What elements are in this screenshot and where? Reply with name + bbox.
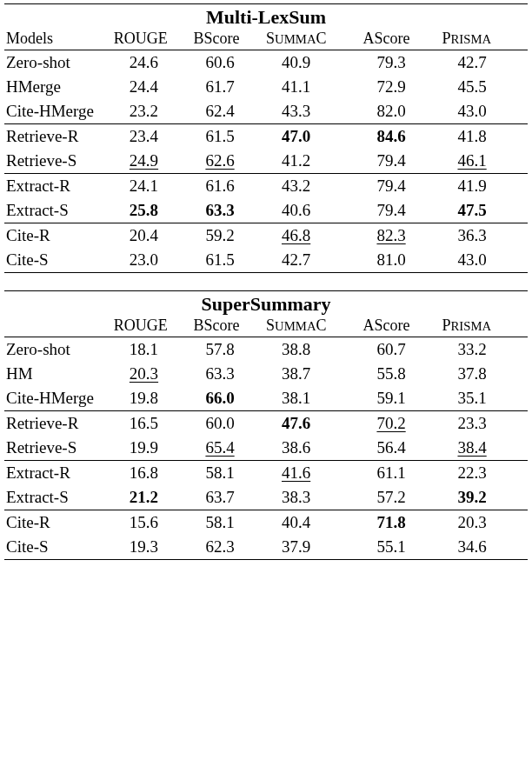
cell-value: 47.5: [457, 201, 486, 220]
table-row: HMerge24.461.741.172.945.5: [4, 75, 528, 99]
cell-prisma: 43.0: [442, 248, 528, 273]
column-header-models: Models: [4, 30, 114, 50]
table-row: Zero-shot24.660.640.979.342.7: [4, 50, 528, 76]
cell-rouge: 16.5: [114, 411, 190, 437]
cell-value: 45.5: [457, 77, 486, 97]
cell-summac: 47.6: [266, 411, 361, 437]
cell-value: 37.8: [457, 364, 486, 383]
cell-summac: 37.9: [266, 535, 361, 560]
cell-value: 71.8: [376, 513, 405, 532]
model-name: Extract-S: [4, 198, 114, 223]
cell-rouge: 25.8: [114, 198, 190, 223]
cell-prisma: 45.5: [442, 75, 528, 99]
cell-ascore: 82.0: [361, 99, 442, 124]
cell-bscore: 61.5: [190, 124, 266, 150]
column-header: BScore: [190, 317, 266, 337]
cell-prisma: 20.3: [442, 510, 528, 536]
cell-bscore: 62.6: [190, 149, 266, 174]
table-row: Retrieve-R16.560.047.670.223.3: [4, 411, 528, 437]
cell-value: 59.1: [376, 389, 405, 408]
cell-ascore: 57.2: [361, 485, 442, 510]
model-name: Retrieve-S: [4, 436, 114, 461]
model-name: HMerge: [4, 75, 114, 99]
cell-rouge: 23.0: [114, 248, 190, 273]
cell-value: 20.4: [130, 226, 158, 245]
cell-value: 19.9: [130, 438, 158, 457]
cell-value: 16.5: [130, 414, 158, 433]
cell-ascore: 84.6: [361, 124, 442, 150]
cell-value: 59.2: [205, 226, 234, 245]
cell-value: 79.4: [376, 151, 405, 170]
cell-value: 81.0: [376, 250, 405, 270]
cell-value: 39.2: [457, 488, 486, 507]
cell-value: 34.6: [457, 537, 486, 557]
cell-prisma: 46.1: [442, 149, 528, 174]
cell-rouge: 19.3: [114, 535, 190, 560]
cell-summac: 40.4: [266, 510, 361, 536]
cell-prisma: 36.3: [442, 223, 528, 249]
model-name: Zero-shot: [4, 337, 114, 363]
table-row: Extract-R16.858.141.661.122.3: [4, 461, 528, 486]
cell-value: 43.2: [282, 177, 310, 196]
cell-value: 79.3: [376, 53, 405, 72]
column-header: ROUGE: [114, 317, 190, 337]
cell-bscore: 62.4: [190, 99, 266, 124]
table-row: Extract-R24.161.643.279.441.9: [4, 174, 528, 199]
column-header: PRISMA: [442, 317, 528, 337]
cell-summac: 42.7: [266, 248, 361, 273]
cell-summac: 38.3: [266, 485, 361, 510]
cell-ascore: 61.1: [361, 461, 442, 486]
cell-bscore: 66.0: [190, 386, 266, 411]
cell-ascore: 82.3: [361, 223, 442, 249]
cell-value: 63.3: [205, 364, 234, 383]
cell-value: 38.4: [457, 438, 486, 457]
cell-prisma: 33.2: [442, 337, 528, 363]
cell-value: 62.3: [205, 537, 234, 557]
cell-value: 40.6: [282, 201, 310, 220]
cell-prisma: 47.5: [442, 198, 528, 223]
table-row: Cite-S19.362.337.955.134.6: [4, 535, 528, 560]
cell-value: 57.8: [205, 340, 234, 359]
table-row: Cite-R15.658.140.471.820.3: [4, 510, 528, 536]
cell-value: 24.4: [130, 77, 158, 97]
cell-ascore: 71.8: [361, 510, 442, 536]
column-header-models: [4, 317, 114, 337]
data-table: ROUGEBScoreSUMMACAScorePRISMAZero-shot18…: [4, 317, 528, 560]
table-row: HM20.363.338.755.837.8: [4, 362, 528, 386]
cell-value: 25.8: [130, 201, 158, 220]
cell-value: 58.1: [205, 513, 234, 532]
table-title: Multi-LexSum: [4, 3, 528, 30]
cell-value: 61.5: [205, 127, 234, 146]
model-name: Retrieve-R: [4, 124, 114, 150]
cell-value: 43.0: [457, 250, 486, 270]
cell-value: 66.0: [205, 389, 234, 408]
cell-summac: 47.0: [266, 124, 361, 150]
cell-ascore: 79.4: [361, 149, 442, 174]
cell-prisma: 23.3: [442, 411, 528, 437]
cell-rouge: 21.2: [114, 485, 190, 510]
cell-value: 79.4: [376, 201, 405, 220]
column-header: ROUGE: [114, 30, 190, 50]
cell-value: 38.1: [282, 389, 310, 408]
cell-bscore: 60.6: [190, 50, 266, 76]
cell-value: 70.2: [376, 414, 405, 433]
cell-value: 72.9: [376, 77, 405, 97]
cell-bscore: 57.8: [190, 337, 266, 363]
cell-value: 63.7: [205, 488, 234, 507]
cell-ascore: 59.1: [361, 386, 442, 411]
column-header: SUMMAC: [266, 30, 361, 50]
model-name: Extract-S: [4, 485, 114, 510]
cell-value: 60.0: [205, 414, 234, 433]
cell-summac: 41.6: [266, 461, 361, 486]
cell-rouge: 24.9: [114, 149, 190, 174]
cell-value: 57.2: [376, 488, 405, 507]
cell-bscore: 63.3: [190, 198, 266, 223]
cell-value: 24.6: [130, 53, 158, 72]
header-row: ROUGEBScoreSUMMACAScorePRISMA: [4, 317, 528, 337]
cell-ascore: 55.8: [361, 362, 442, 386]
cell-value: 60.6: [205, 53, 234, 72]
cell-summac: 38.1: [266, 386, 361, 411]
cell-rouge: 19.9: [114, 436, 190, 461]
cell-value: 82.0: [376, 102, 405, 121]
cell-rouge: 24.1: [114, 174, 190, 199]
